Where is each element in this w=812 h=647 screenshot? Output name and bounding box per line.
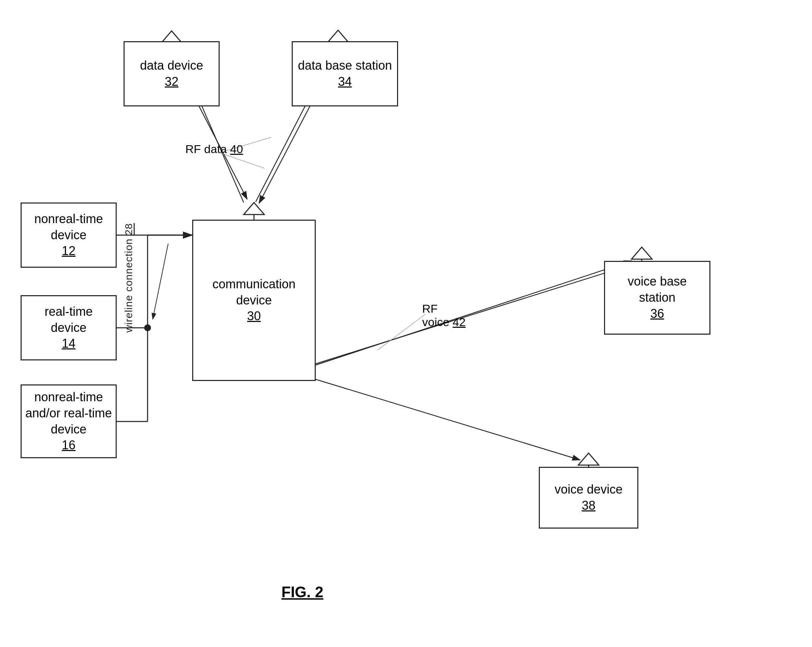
figure-label: FIG. 2: [281, 583, 323, 601]
communication-device-label: communication device: [212, 277, 296, 307]
real-time-device-box: real-time device 14: [21, 295, 117, 360]
rf-voice-label: RFvoice 42: [422, 302, 466, 329]
svg-line-27: [153, 244, 168, 319]
svg-marker-6: [244, 203, 264, 215]
fig-label-text: FIG. 2: [281, 583, 323, 600]
voice-device-box: voice device 38: [539, 467, 638, 529]
data-device-number: 32: [165, 75, 179, 89]
real-time-device-label: real-time device: [44, 304, 93, 335]
svg-line-29: [301, 264, 635, 368]
data-base-station-label: data base station: [298, 58, 392, 72]
nonreal-realtime-device-label: nonreal-time and/or real-time device: [25, 390, 112, 436]
svg-point-22: [144, 324, 151, 331]
rf-data-text: RF data 40: [185, 142, 243, 156]
voice-base-station-box: voice base station 36: [604, 261, 710, 335]
svg-marker-4: [328, 30, 348, 42]
voice-device-label: voice device: [555, 482, 623, 496]
voice-device-number: 38: [582, 498, 595, 513]
data-device-box: data device 32: [124, 41, 220, 107]
rf-voice-text: RFvoice 42: [422, 302, 466, 328]
voice-base-station-number: 36: [650, 307, 664, 320]
nonreal-time-device-label: nonreal-time device: [34, 212, 103, 242]
voice-base-station-label: voice base station: [628, 274, 687, 304]
svg-marker-10: [632, 247, 652, 259]
wireline-text: wireline connection 28: [123, 223, 134, 333]
rf-data-label: RF data 40: [185, 142, 243, 156]
nonreal-realtime-device-number: 16: [62, 438, 75, 452]
nonreal-time-device-number: 12: [62, 244, 75, 258]
data-base-station-box: data base station 34: [292, 41, 398, 107]
svg-line-31: [377, 314, 426, 350]
diagram: data device 32 data base station 34 nonr…: [0, 0, 812, 647]
nonreal-time-device-box: nonreal-time device 12: [21, 203, 117, 268]
communication-device-box: communication device 30: [192, 220, 316, 381]
communication-device-number: 30: [247, 309, 261, 323]
svg-line-30: [299, 374, 580, 460]
data-device-label: data device: [140, 58, 203, 72]
data-base-station-number: 34: [338, 75, 352, 89]
nonreal-realtime-device-box: nonreal-time and/or real-time device 16: [21, 385, 117, 458]
svg-marker-12: [578, 453, 599, 465]
real-time-device-number: 14: [62, 336, 75, 351]
wireline-connection-label: wireline connection 28: [123, 223, 134, 333]
